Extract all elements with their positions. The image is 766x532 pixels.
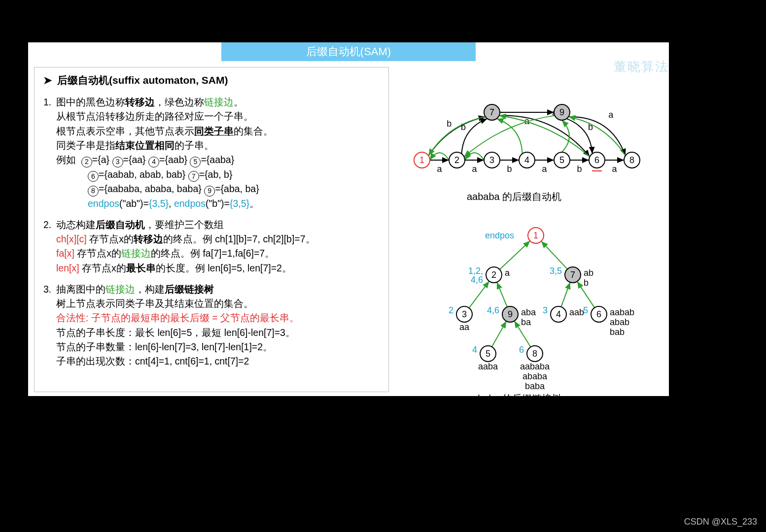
heading: 后缀自动机(suffix automaton, SAM) (43, 73, 380, 87)
svg-text:bab: bab (610, 327, 625, 337)
svg-text:7: 7 (489, 107, 494, 117)
svg-text:ba: ba (521, 317, 531, 327)
svg-text:6: 6 (596, 309, 601, 319)
svg-text:7: 7 (570, 270, 575, 280)
svg-text:1: 1 (533, 231, 538, 240)
svg-text:4: 4 (556, 309, 561, 319)
svg-line-44 (492, 321, 506, 347)
svg-line-40 (469, 281, 489, 308)
sam-diagram: aabababbabaa123456789 (403, 67, 659, 185)
section-3: 3.抽离图中的链接边，构建后缀链接树 树上节点表示同类子串及其结束位置的集合。 … (43, 282, 380, 369)
svg-text:a: a (505, 268, 510, 278)
sam-caption: aababa 的后缀自动机 (467, 190, 561, 203)
section-1: 1.图中的黑色边称转移边，绿色边称链接边。 从根节点沿转移边所走的路径对应一个子… (43, 95, 380, 211)
svg-text:4,6: 4,6 (487, 305, 499, 315)
svg-text:9: 9 (559, 107, 564, 117)
tree-diagram: endpos121,2,4,6a73,5abb32aa94,6ababa43aa… (408, 215, 664, 392)
slide: 后缀自动机(SAM) 董晓算法 后缀自动机(suffix automaton, … (28, 42, 669, 396)
svg-text:5: 5 (559, 155, 564, 165)
svg-text:a: a (437, 164, 442, 174)
svg-text:aabab: aabab (610, 307, 634, 317)
svg-text:2: 2 (449, 305, 453, 315)
svg-text:endpos: endpos (485, 231, 514, 240)
svg-text:3: 3 (543, 305, 548, 315)
svg-line-42 (561, 282, 570, 307)
svg-text:3: 3 (462, 309, 467, 319)
svg-text:8: 8 (629, 155, 634, 165)
text-panel: 后缀自动机(suffix automaton, SAM) 1.图中的黑色边称转移… (34, 67, 389, 392)
svg-text:baba: baba (525, 381, 545, 391)
svg-text:1: 1 (419, 155, 424, 165)
svg-text:b: b (577, 164, 582, 174)
svg-text:3,5: 3,5 (550, 266, 562, 276)
svg-text:5: 5 (583, 305, 588, 315)
svg-text:6: 6 (519, 345, 524, 355)
svg-text:aaba: aaba (478, 362, 498, 371)
svg-text:ababa: ababa (522, 371, 548, 381)
svg-text:aa: aa (459, 322, 470, 332)
csdn-watermark: CSDN @XLS_233 (684, 517, 757, 527)
svg-text:a: a (472, 164, 477, 174)
title-bar: 后缀自动机(SAM) (221, 42, 476, 61)
svg-text:b: b (507, 164, 512, 174)
diagram-area: aabababbabaa123456789 aababa 的后缀自动机 endp… (403, 67, 664, 392)
section-2: 2.动态构建后缀自动机，要维护三个数组 ch[x][c] 存节点x的转移边的终点… (43, 218, 380, 275)
svg-line-38 (500, 241, 530, 269)
svg-text:9: 9 (508, 309, 513, 319)
svg-text:4: 4 (472, 345, 477, 355)
svg-text:aba: aba (521, 307, 536, 317)
svg-text:4: 4 (524, 155, 529, 165)
svg-text:3: 3 (489, 155, 494, 165)
svg-text:b: b (447, 119, 452, 129)
svg-text:a: a (612, 164, 617, 174)
svg-text:a: a (542, 164, 547, 174)
svg-text:a: a (608, 110, 614, 120)
svg-line-41 (497, 282, 507, 307)
tree-caption: aababa 的后缀链接树 (467, 392, 561, 405)
svg-text:abab: abab (610, 317, 629, 327)
svg-text:1,2,: 1,2, (468, 266, 483, 276)
svg-text:aab: aab (569, 307, 584, 317)
svg-text:4,6: 4,6 (471, 275, 483, 285)
svg-text:8: 8 (532, 349, 537, 359)
svg-line-39 (541, 241, 567, 269)
svg-text:5: 5 (486, 349, 490, 359)
svg-text:2: 2 (454, 155, 459, 165)
svg-text:aababa: aababa (520, 362, 550, 371)
svg-text:b: b (584, 278, 589, 288)
svg-text:ab: ab (584, 268, 593, 278)
svg-text:6: 6 (594, 155, 599, 165)
svg-text:2: 2 (491, 270, 496, 280)
